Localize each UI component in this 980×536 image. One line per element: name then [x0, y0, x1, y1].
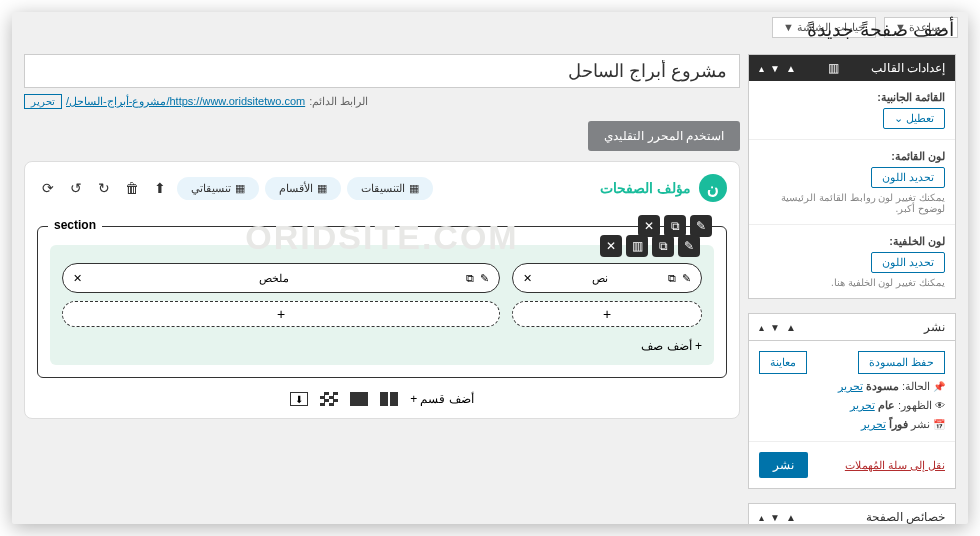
side-menu-label: القائمة الجانبية: [759, 91, 945, 104]
post-title-input[interactable] [24, 54, 740, 88]
toggle-icon[interactable]: ▴ [759, 512, 764, 523]
section-label: section [48, 218, 102, 232]
schedule-edit-link[interactable]: تحرير [861, 418, 886, 430]
chevron-down-icon[interactable]: ▼ [770, 322, 780, 333]
eye-icon: 👁 [935, 400, 945, 411]
element-clone-icon[interactable]: ⧉ [668, 272, 676, 285]
history-icon[interactable]: ⟳ [37, 177, 59, 199]
permalink-url[interactable]: https://www.oridsitetwo.com/مشروع-أبراج-… [66, 95, 305, 108]
layout-export-icon[interactable]: ⬇ [290, 392, 308, 406]
bg-color-label: لون الخلفية: [759, 235, 945, 248]
bg-color-button[interactable]: تحديد اللون [871, 252, 945, 273]
element-edit-icon[interactable]: ✎ [682, 272, 691, 285]
visibility-edit-link[interactable]: تحرير [850, 399, 875, 411]
classic-editor-button[interactable]: استخدم المحرر التقليدي [588, 121, 740, 151]
section-toolbar: ✎ ⧉ ✕ [638, 215, 712, 237]
row-toolbar: ✎ ⧉ ▥ ✕ [600, 235, 700, 257]
move-to-trash-link[interactable]: نقل إلى سلة المُهملات [845, 459, 945, 472]
add-section-label[interactable]: أضف قسم + [410, 392, 474, 406]
page-attributes-panel: خصائص الصفحة ▲▼▴ [748, 503, 956, 524]
add-section-bar: أضف قسم + ⬇ [37, 392, 727, 406]
add-row-button[interactable]: + أضف صف [62, 339, 702, 353]
layout-two-col-icon[interactable] [380, 392, 398, 406]
pin-icon: 📌 [933, 381, 945, 392]
tab-templates[interactable]: ▦التنسيقات [347, 177, 433, 200]
builder-logo-icon: ن [699, 174, 727, 202]
publish-panel: نشر ▲▼▴ حفظ المسودة معاينة 📌 الحالة: مسو… [748, 313, 956, 489]
bg-color-hint: يمكنك تغيير لون الخلفية هنا. [759, 277, 945, 288]
element-edit-icon[interactable]: ✎ [480, 272, 489, 285]
theme-settings-panel: إعدادات القالب ▥ ▲▼▴ القائمة الجانبية: ت… [748, 54, 956, 299]
publish-panel-header[interactable]: نشر ▲▼▴ [749, 314, 955, 341]
element-delete-icon[interactable]: ✕ [523, 272, 532, 285]
layout-full-icon[interactable] [350, 392, 368, 406]
row-clone-icon[interactable]: ⧉ [652, 235, 674, 257]
element-delete-icon[interactable]: ✕ [73, 272, 82, 285]
chevron-down-icon[interactable]: ▼ [770, 512, 780, 523]
calendar-icon: 📅 [933, 419, 945, 430]
undo-icon[interactable]: ↺ [65, 177, 87, 199]
chevron-up-icon[interactable]: ▲ [786, 512, 796, 523]
row-close-icon[interactable]: ✕ [600, 235, 622, 257]
permalink-label: الرابط الدائم: [309, 95, 368, 108]
chevron-up-icon[interactable]: ▲ [786, 63, 796, 74]
add-element-button[interactable]: + [512, 301, 702, 327]
chevron-up-icon[interactable]: ▲ [786, 322, 796, 333]
builder-row: ✎ ⧉ ▥ ✕ ✎⧉ نص ✕ + [50, 245, 714, 365]
element-clone-icon[interactable]: ⧉ [466, 272, 474, 285]
tab-sections[interactable]: ▦الأقسام [265, 177, 341, 200]
row-columns-icon[interactable]: ▥ [626, 235, 648, 257]
page-builder: ن مؤلف الصفحات ▦التنسيقات ▦الأقسام ▦تنسي… [24, 161, 740, 419]
trash-icon[interactable]: 🗑 [121, 177, 143, 199]
builder-section: section ✎ ⧉ ✕ ✎ ⧉ ▥ ✕ [37, 226, 727, 378]
preview-button[interactable]: معاينة [759, 351, 807, 374]
add-element-button[interactable]: + [62, 301, 500, 327]
section-edit-icon[interactable]: ✎ [690, 215, 712, 237]
page-title: أضف صفحةً جديدةً [807, 18, 954, 41]
import-icon[interactable]: ⬆ [149, 177, 171, 199]
publish-button[interactable]: نشر [759, 452, 808, 478]
status-edit-link[interactable]: تحرير [838, 380, 863, 392]
section-clone-icon[interactable]: ⧉ [664, 215, 686, 237]
builder-brand-text: مؤلف الصفحات [600, 180, 691, 196]
permalink-row: الرابط الدائم: https://www.oridsitetwo.c… [24, 94, 740, 109]
redo-icon[interactable]: ↻ [93, 177, 115, 199]
menu-color-button[interactable]: تحديد اللون [871, 167, 945, 188]
section-close-icon[interactable]: ✕ [638, 215, 660, 237]
element-text[interactable]: ✎⧉ نص ✕ [512, 263, 702, 293]
save-draft-button[interactable]: حفظ المسودة [858, 351, 945, 374]
chevron-down-icon[interactable]: ▼ [770, 63, 780, 74]
side-menu-select[interactable]: تعطيل ⌄ [883, 108, 945, 129]
theme-panel-header[interactable]: إعدادات القالب ▥ ▲▼▴ [749, 55, 955, 81]
layout-grid-icon[interactable] [320, 392, 338, 406]
toggle-icon[interactable]: ▴ [759, 322, 764, 333]
row-edit-icon[interactable]: ✎ [678, 235, 700, 257]
menu-color-label: لون القائمة: [759, 150, 945, 163]
element-summary[interactable]: ✎⧉ ملخص ✕ [62, 263, 500, 293]
permalink-edit-button[interactable]: تحرير [24, 94, 62, 109]
attributes-panel-header[interactable]: خصائص الصفحة ▲▼▴ [749, 504, 955, 524]
toggle-icon[interactable]: ▴ [759, 63, 764, 74]
menu-color-hint: يمكنك تغيير لون روابط القائمة الرئيسية ل… [759, 192, 945, 214]
tab-my-templates[interactable]: ▦تنسيقاتي [177, 177, 259, 200]
